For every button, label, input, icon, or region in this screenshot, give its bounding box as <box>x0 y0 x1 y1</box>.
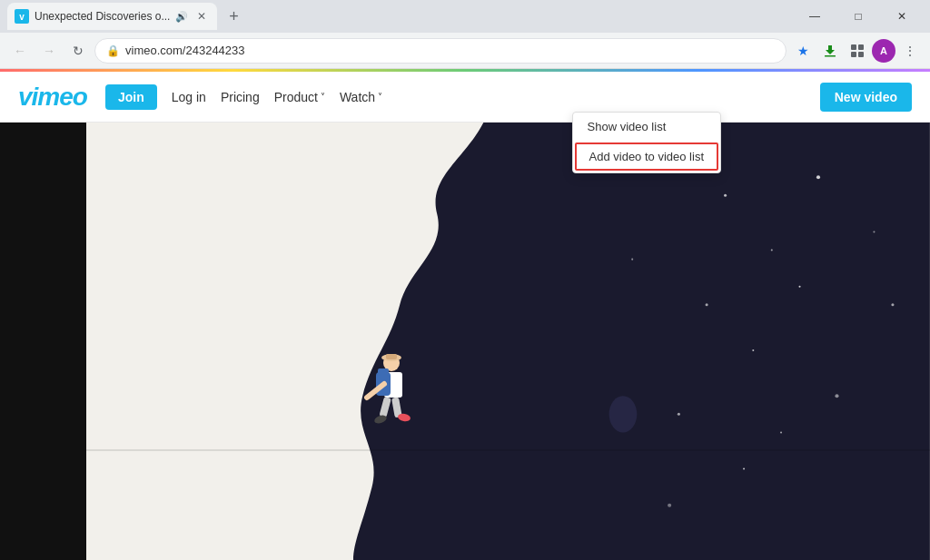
window-controls: — □ ✕ <box>794 2 923 31</box>
maximize-button[interactable]: □ <box>837 2 879 31</box>
dropdown-popup: Show video list Add video to video list <box>572 112 721 173</box>
svg-point-12 <box>799 286 801 288</box>
download-icon[interactable] <box>817 38 843 64</box>
product-arrow-icon: ˅ <box>321 92 325 102</box>
title-bar: v Unexpected Discoveries o... 🔊 ✕ + — □ … <box>0 0 930 33</box>
svg-point-10 <box>752 349 754 351</box>
svg-point-18 <box>780 431 782 433</box>
svg-rect-22 <box>386 354 397 359</box>
vimeo-logo[interactable]: vimeo <box>18 83 87 112</box>
new-video-button[interactable]: New video <box>820 83 912 112</box>
back-button[interactable]: ← <box>7 38 33 64</box>
url-bar[interactable]: 🔒 vimeo.com/243244233 <box>94 38 787 64</box>
svg-point-8 <box>874 231 876 232</box>
svg-point-9 <box>706 303 708 306</box>
person-illustration <box>353 352 426 447</box>
svg-point-19 <box>609 396 638 432</box>
svg-point-14 <box>743 468 745 470</box>
vimeo-logo-text: vimeo <box>18 83 87 112</box>
product-menu[interactable]: Product ˅ <box>274 90 325 104</box>
bookmark-icon[interactable]: ★ <box>790 38 816 64</box>
extensions-icon[interactable] <box>845 38 870 64</box>
login-link[interactable]: Log in <box>172 90 206 104</box>
browser-frame: v Unexpected Discoveries o... 🔊 ✕ + — □ … <box>0 0 930 560</box>
svg-rect-1 <box>851 44 856 50</box>
tab-favicon: v <box>15 9 29 24</box>
close-button[interactable]: ✕ <box>881 2 923 31</box>
minimize-button[interactable]: — <box>794 2 836 31</box>
browser-tab[interactable]: v Unexpected Discoveries o... 🔊 ✕ <box>7 3 217 30</box>
join-button[interactable]: Join <box>105 84 157 110</box>
svg-point-16 <box>892 303 895 306</box>
show-video-list-item[interactable]: Show video list <box>573 113 720 141</box>
ground-line <box>86 449 930 451</box>
svg-rect-0 <box>825 55 836 57</box>
pricing-link[interactable]: Pricing <box>221 90 260 104</box>
audio-icon[interactable]: 🔊 <box>175 11 188 23</box>
svg-point-5 <box>724 194 727 197</box>
lock-icon: 🔒 <box>106 44 120 57</box>
watch-label: Watch <box>340 90 375 104</box>
svg-point-17 <box>668 504 671 507</box>
tab-title: Unexpected Discoveries o... <box>35 10 170 23</box>
svg-point-11 <box>836 394 839 398</box>
toolbar-icons: ★ A ⋮ <box>790 38 923 64</box>
svg-rect-26 <box>380 397 391 418</box>
watch-arrow-icon: ˅ <box>378 92 382 102</box>
video-area[interactable] <box>0 123 930 560</box>
vimeo-navbar: vimeo Join Log in Pricing Product ˅ Watc… <box>0 72 930 123</box>
svg-rect-4 <box>858 52 864 57</box>
forward-button[interactable]: → <box>36 38 62 64</box>
reload-button[interactable]: ↻ <box>65 38 91 64</box>
left-black-bar <box>0 123 86 560</box>
address-bar: ← → ↻ 🔒 vimeo.com/243244233 ★ <box>0 33 930 69</box>
dark-wave-svg <box>353 123 930 560</box>
svg-rect-3 <box>851 52 856 57</box>
svg-rect-2 <box>858 44 864 50</box>
url-text: vimeo.com/243244233 <box>125 44 775 57</box>
product-label: Product <box>274 90 318 104</box>
svg-point-6 <box>771 250 773 251</box>
menu-icon[interactable]: ⋮ <box>897 38 923 64</box>
tab-close-button[interactable]: ✕ <box>193 8 210 25</box>
add-video-to-list-item[interactable]: Add video to video list <box>575 142 718 171</box>
new-tab-button[interactable]: + <box>221 4 246 29</box>
watch-menu[interactable]: Watch ˅ <box>340 90 382 104</box>
svg-point-15 <box>631 259 633 260</box>
svg-rect-25 <box>378 368 389 376</box>
profile-avatar[interactable]: A <box>872 39 895 63</box>
svg-point-7 <box>816 175 820 179</box>
video-scene <box>0 123 930 560</box>
svg-point-13 <box>678 413 680 416</box>
